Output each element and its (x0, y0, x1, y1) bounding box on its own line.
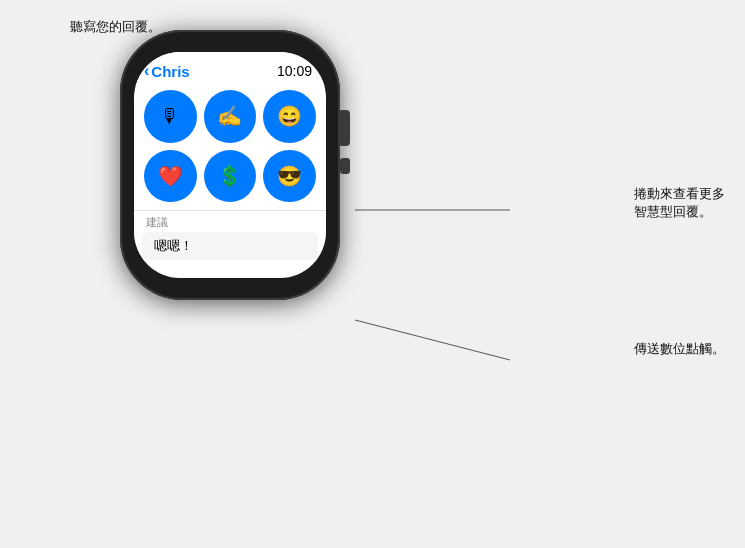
watch-header: ‹ Chris 10:09 (134, 52, 326, 86)
suggestion-content: 嗯嗯！ (154, 237, 193, 255)
dollar-digital-touch-button[interactable]: 💲 (204, 150, 257, 203)
mic-button[interactable]: 🎙 (144, 90, 197, 143)
heart-digital-touch-button[interactable]: ❤️ (144, 150, 197, 203)
emoji-icon: 😄 (277, 104, 302, 128)
mic-icon: 🎙 (160, 105, 180, 128)
suggestion-label: 建議 (134, 211, 326, 232)
scribble-button[interactable]: ✍️ (204, 90, 257, 143)
reply-button-grid: 🎙 ✍️ 😄 ❤️ 💲 😎 (134, 86, 326, 206)
contact-name: Chris (151, 63, 189, 80)
watch-screen: ‹ Chris 10:09 🎙 ✍️ 😄 ❤️ (134, 52, 326, 278)
back-button[interactable]: ‹ Chris (144, 62, 190, 80)
annotation-digital-touch: 傳送數位點觸。 (634, 340, 725, 358)
svg-line-2 (355, 320, 510, 360)
watch-time: 10:09 (277, 63, 312, 79)
memoji-button[interactable]: 😎 (263, 150, 316, 203)
digital-crown[interactable] (338, 110, 350, 146)
dollar-icon: 💲 (217, 164, 242, 188)
memoji-icon: 😎 (277, 164, 302, 188)
suggestion-area: 建議 嗯嗯！ (134, 210, 326, 278)
heart-icon: ❤️ (158, 164, 183, 188)
watch-container: ‹ Chris 10:09 🎙 ✍️ 😄 ❤️ (120, 30, 350, 518)
watch-body: ‹ Chris 10:09 🎙 ✍️ 😄 ❤️ (120, 30, 340, 300)
emoji-button[interactable]: 😄 (263, 90, 316, 143)
annotations-layer (0, 0, 745, 548)
suggestion-text[interactable]: 嗯嗯！ (142, 232, 318, 260)
scribble-icon: ✍️ (217, 104, 242, 128)
back-chevron-icon: ‹ (144, 62, 149, 80)
side-button[interactable] (340, 158, 350, 174)
annotation-scroll: 捲動來查看更多智慧型回覆。 (634, 185, 725, 221)
